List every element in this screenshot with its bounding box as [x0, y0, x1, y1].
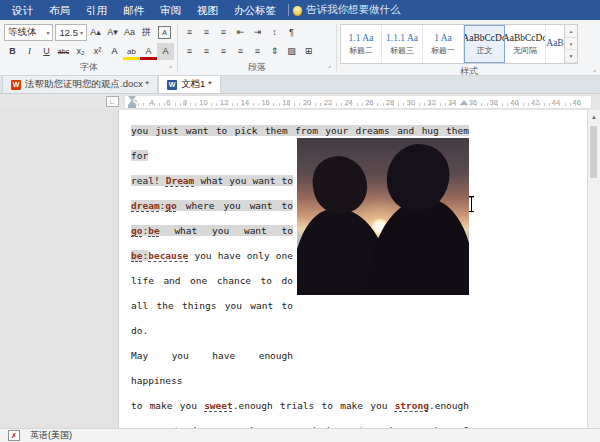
ribbon: 等线体 ▾ 12.5 ▾ A▴A▾Aa拼A BIUabcx₂x²AabAA 字体…: [0, 20, 600, 76]
text-effects-icon[interactable]: A: [106, 43, 123, 60]
tell-me-box[interactable]: 告诉我你想要做什么: [293, 3, 401, 17]
text-block[interactable]: May you have enough happiness: [131, 343, 293, 393]
font-name-combo[interactable]: 等线体 ▾: [4, 24, 53, 41]
vertical-scrollbar[interactable]: ▲: [587, 110, 600, 428]
text-run: human: [250, 425, 279, 428]
hanging-indent-marker[interactable]: [128, 100, 136, 105]
word-doc-icon: W: [167, 80, 177, 90]
strikethrough-icon[interactable]: abc: [55, 43, 72, 60]
scroll-thumb[interactable]: [590, 126, 597, 178]
ribbon-tab[interactable]: 设计: [4, 0, 41, 20]
style-item-normal-selected[interactable]: AaBbCcDd 正文: [464, 25, 505, 63]
show-marks-icon[interactable]: ¶: [283, 24, 300, 41]
chevron-down-icon: ▾: [46, 29, 49, 36]
decrease-indent-icon[interactable]: ⇤: [232, 24, 249, 41]
style-label: 无间隔: [513, 45, 537, 56]
style-item-heading1[interactable]: 1 Aa 标题一: [423, 25, 464, 63]
style-item-clipped[interactable]: AaB: [546, 25, 564, 63]
increase-font-icon[interactable]: A▴: [87, 24, 104, 41]
word-window: 设计布局引用邮件审阅视图办公标签 告诉我你想要做什么 等线体 ▾ 12.5 ▾ …: [0, 0, 600, 442]
chevron-down-icon: ▾: [80, 29, 83, 36]
inline-photo[interactable]: [297, 138, 469, 295]
ribbon-tab[interactable]: 布局: [41, 0, 78, 20]
silhouette-head-left: [309, 153, 371, 218]
paragraph-group-label: 段落: [248, 62, 266, 72]
ribbon-tab[interactable]: 引用: [78, 0, 115, 20]
multilevel-list-icon[interactable]: ≡: [215, 24, 232, 41]
text-block[interactable]: to make you sweet.enough trials to make …: [131, 393, 469, 428]
ribbon-tab[interactable]: 视图: [189, 0, 226, 20]
style-item-no-spacing[interactable]: AaBbCcDd 无间隔: [505, 25, 546, 63]
borders-icon[interactable]: ⊞: [300, 43, 317, 60]
right-indent-marker[interactable]: [460, 100, 468, 105]
style-label: 正文: [477, 45, 493, 56]
text-run: Dream: [166, 175, 195, 186]
style-item-heading2[interactable]: 1.1 Aa 标题二: [341, 25, 382, 63]
bullets-icon[interactable]: ≡: [181, 24, 198, 41]
word-doc-icon: W: [11, 80, 21, 90]
char-border-icon[interactable]: A: [158, 26, 171, 39]
text-run: sweet: [204, 400, 233, 411]
style-label: 标题三: [390, 45, 414, 56]
ribbon-tab[interactable]: 办公标签: [226, 0, 284, 20]
tab-selector[interactable]: ∟: [106, 96, 119, 107]
scroll-up-icon[interactable]: ▲: [588, 110, 600, 120]
align-left-icon[interactable]: ≡: [181, 43, 198, 60]
font-row1-icons: A▴A▾Aa拼A: [87, 24, 174, 41]
style-sample: AaBbCcDd: [505, 33, 546, 43]
doc-tab-inactive[interactable]: W 法帮助您证明您的观点.docx *: [2, 75, 158, 93]
underline-icon[interactable]: U: [38, 43, 55, 60]
font-group: 等线体 ▾ 12.5 ▾ A▴A▾Aa拼A BIUabcx₂x²AabAA 字体…: [4, 22, 174, 75]
align-right-icon[interactable]: ≡: [215, 43, 232, 60]
change-case-icon[interactable]: Aa: [121, 24, 138, 41]
dialog-launcher-icon[interactable]: ⌟: [328, 57, 331, 72]
gallery-down-icon[interactable]: ▾: [565, 38, 577, 51]
numbering-icon[interactable]: ≡: [198, 24, 215, 41]
doc-tab-label: 法帮助您证明您的观点.docx *: [25, 78, 149, 91]
doc-tab-label: 文档1 *: [181, 78, 212, 91]
dialog-launcher-icon[interactable]: ⌟: [169, 57, 172, 72]
styles-gallery-wrap: 1.1 Aa 标题二 1.1.1 Aa 标题三 1 Aa 标题一 AaBbCcD…: [340, 24, 598, 64]
font-size-combo[interactable]: 12.5 ▾: [55, 24, 87, 41]
styles-gallery-scroll: ▴▾▼: [565, 24, 578, 64]
page[interactable]: you just want to pick them from your dre…: [118, 110, 593, 428]
phonetic-guide-icon[interactable]: 拼: [138, 24, 155, 41]
sort-icon[interactable]: ↕: [266, 24, 283, 41]
gallery-up-icon[interactable]: ▴: [565, 25, 577, 38]
group-divider: [177, 24, 178, 71]
subscript-icon[interactable]: x₂: [72, 43, 89, 60]
highlight-color-icon[interactable]: ab: [123, 43, 140, 60]
gallery-more-icon[interactable]: ▼: [565, 50, 577, 63]
text-run: dream: [131, 200, 160, 211]
ibeam-cursor: [468, 196, 475, 212]
paragraph-row1-icons: ≡≡≡⇤⇥↕¶: [181, 23, 333, 41]
paragraph-row2-icons: ≡≡≡≡≡⇕▨⊞: [181, 42, 333, 60]
decrease-font-icon[interactable]: A▾: [104, 24, 121, 41]
proofing-status-icon[interactable]: ✗: [8, 430, 20, 441]
justify-icon[interactable]: ≡: [232, 43, 249, 60]
ribbon-tab[interactable]: 邮件: [115, 0, 152, 20]
text-run: strong: [395, 400, 429, 411]
bold-icon[interactable]: B: [4, 43, 21, 60]
shading-icon[interactable]: ▨: [283, 43, 300, 60]
lightbulb-icon: [293, 6, 302, 15]
tell-me-label: 告诉我你想要做什么: [306, 3, 401, 17]
distribute-icon[interactable]: ≡: [249, 43, 266, 60]
ruler-ticks: [133, 103, 581, 106]
italic-icon[interactable]: I: [21, 43, 38, 60]
ribbon-tab[interactable]: 审阅: [152, 0, 189, 20]
text-block[interactable]: real! Dream what you want to dream:go wh…: [131, 168, 293, 343]
text-run: because: [148, 250, 188, 261]
increase-indent-icon[interactable]: ⇥: [249, 24, 266, 41]
font-group-label: 字体: [80, 62, 98, 72]
doc-tab-active[interactable]: W 文档1 *: [158, 75, 221, 93]
language-status[interactable]: 英语(美国): [30, 429, 72, 442]
line-spacing-icon[interactable]: ⇕: [266, 43, 283, 60]
superscript-icon[interactable]: x²: [89, 43, 106, 60]
align-center-icon[interactable]: ≡: [198, 43, 215, 60]
status-bar: ✗ 英语(美国): [0, 428, 600, 442]
font-color-icon[interactable]: A: [140, 43, 157, 60]
style-item-heading3[interactable]: 1.1.1 Aa 标题三: [382, 25, 423, 63]
dialog-launcher-icon[interactable]: ⌟: [593, 61, 596, 76]
text-run: to make you: [131, 400, 204, 411]
